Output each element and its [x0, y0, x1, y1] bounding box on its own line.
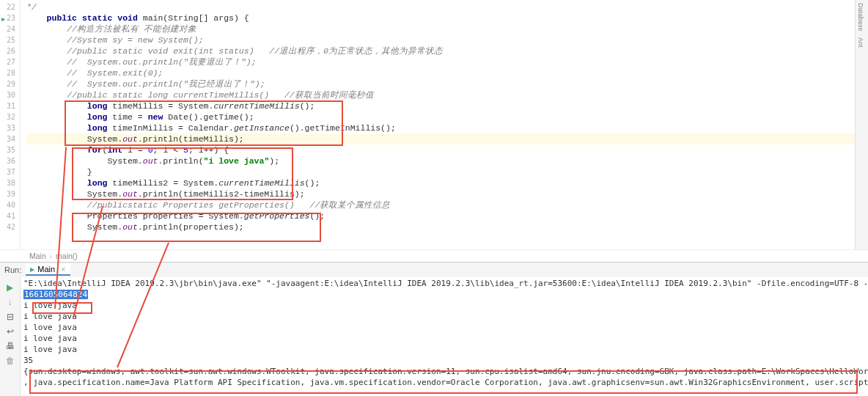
layout-button[interactable]: ⊟ [0, 309, 20, 324]
code-editor[interactable]: */ public static void main(String[] args… [21, 0, 868, 249]
console-line: i love java [23, 311, 865, 322]
breadcrumb-bar[interactable]: Main › main() [0, 249, 868, 262]
breadcrumb-class[interactable]: Main [29, 252, 46, 260]
breadcrumb-sep: › [50, 252, 53, 260]
rerun-button[interactable]: ▶ [0, 280, 20, 295]
run-panel: Run: ▶ Main × ▶ ↓ ⊟ ↩ 🖶 🗑 "E:\idea\Intel… [0, 262, 868, 396]
run-tab-label: Main [37, 265, 55, 274]
console-timestamp: 1661605064824 [23, 290, 88, 299]
run-tab-icon: ▶ [30, 266, 34, 273]
right-sidebar: Database Ant [855, 0, 868, 249]
console-line: i love java [23, 322, 865, 333]
line-gutter[interactable]: 2223▶24252627282930313233343536373839404… [0, 0, 21, 249]
console-line: i love java [23, 300, 865, 311]
run-toolbar: ▶ ↓ ⊟ ↩ 🖶 🗑 [0, 277, 21, 396]
console-cmd: "E:\idea\IntelliJ IDEA 2019.2.3\jbr\bin\… [23, 278, 865, 289]
run-tab[interactable]: ▶ Main × [26, 264, 70, 276]
database-tool-tab[interactable]: Database [856, 0, 866, 34]
console-props: {sun.desktop=windows, awt.toolkit=sun.aw… [23, 366, 865, 377]
run-label: Run: [4, 265, 21, 274]
console-line: 35 [23, 355, 865, 366]
ant-tool-tab[interactable]: Ant [856, 34, 866, 51]
console-props2: , java.specification.name=Java Platform … [23, 377, 865, 388]
console-line: i love java [23, 344, 865, 355]
trash-button[interactable]: 🗑 [0, 353, 20, 368]
console-output[interactable]: "E:\idea\IntelliJ IDEA 2019.2.3\jbr\bin\… [21, 277, 868, 396]
print-button[interactable]: 🖶 [0, 339, 20, 353]
wrap-button[interactable]: ↩ [0, 324, 20, 339]
breadcrumb-method[interactable]: main() [56, 252, 78, 260]
editor-area: 2223▶24252627282930313233343536373839404… [0, 0, 868, 249]
run-header: Run: ▶ Main × [0, 263, 868, 277]
close-icon[interactable]: × [61, 265, 65, 274]
stop-button[interactable]: ↓ [0, 295, 20, 309]
console-line: i love java [23, 333, 865, 344]
